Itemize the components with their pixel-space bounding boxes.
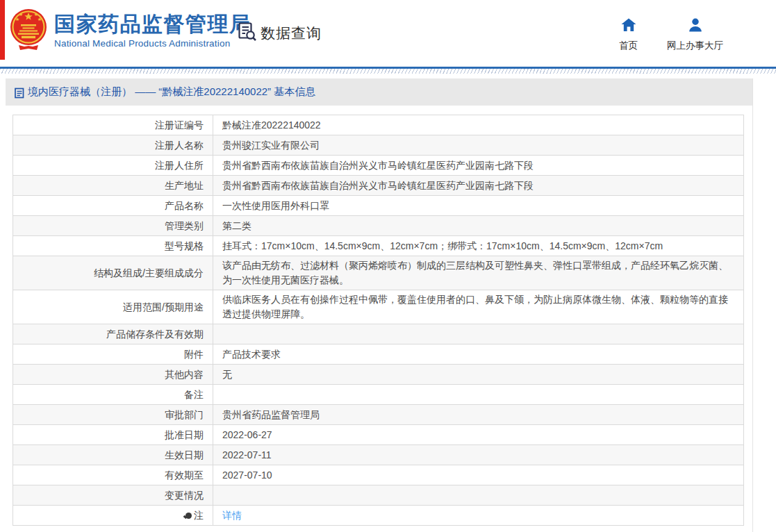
- row-value: 贵州省黔西南布依族苗族自治州兴义市马岭镇红星医药产业园南七路下段: [213, 176, 744, 196]
- table-row: 注册人名称贵州骏江实业有限公司: [13, 135, 744, 156]
- table-row: 附件产品技术要求: [13, 344, 744, 365]
- row-value: [213, 324, 744, 344]
- row-label: 备注: [13, 385, 213, 405]
- table-row: 生产地址贵州省黔西南布依族苗族自治州兴义市马岭镇红星医药产业园南七路下段: [13, 176, 744, 196]
- table-row: 有效期至2027-07-10: [13, 465, 744, 485]
- table-row: 注册证编号黔械注准20222140022: [13, 115, 744, 135]
- row-label: 产品储存条件及有效期: [13, 324, 213, 344]
- row-label: 适用范围/预期用途: [13, 290, 213, 324]
- data-query-link[interactable]: 数据查询: [237, 22, 322, 44]
- row-value: 该产品由无纺布、过滤材料（聚丙烯熔喷布）制成的三层结构及可塑性鼻夹、弹性口罩带组…: [213, 256, 744, 290]
- row-value: 供临床医务人员在有创操作过程中佩带，覆盖住使用者的口、鼻及下颌，为防止病原体微生…: [213, 290, 744, 324]
- row-label: 批准日期: [13, 425, 213, 445]
- row-label: 其他内容: [13, 365, 213, 385]
- agency-name-en: National Medical Products Administration: [54, 38, 251, 49]
- row-label: 注册证编号: [13, 115, 213, 135]
- row-value: 贵州省药品监督管理局: [213, 405, 744, 425]
- agency-name-zh: 国家药品监督管理局: [54, 13, 251, 36]
- details-link[interactable]: 详情: [222, 510, 242, 521]
- info-table: 注册证编号黔械注准20222140022注册人名称贵州骏江实业有限公司注册人住所…: [13, 115, 744, 526]
- row-value: 黔械注准20222140022: [213, 115, 744, 135]
- table-row: 型号规格挂耳式：17cm×10cm、14.5cm×9cm、12cm×7cm；绑带…: [13, 236, 744, 256]
- nav-item-home[interactable]: 首页: [619, 18, 638, 52]
- row-value: 贵州省黔西南布依族苗族自治州兴义市马岭镇红星医药产业园南七路下段: [213, 156, 744, 176]
- row-label: 生效日期: [13, 445, 213, 465]
- table-row: 批准日期2022-06-27: [13, 425, 744, 445]
- user-icon: [688, 18, 703, 35]
- row-label: 有效期至: [13, 465, 213, 485]
- row-value: 2022-06-27: [213, 425, 744, 445]
- nav-label-home: 首页: [619, 40, 638, 52]
- national-emblem-icon: [9, 6, 48, 56]
- table-row: 注详情: [13, 506, 744, 526]
- red-accent-strip: [0, 0, 5, 60]
- row-value: 详情: [213, 506, 744, 526]
- row-label: 型号规格: [13, 236, 213, 256]
- nav-item-online-hall[interactable]: 网上办事大厅: [667, 18, 723, 52]
- row-value: 第二类: [213, 216, 744, 236]
- home-icon: [621, 18, 636, 35]
- site-logo[interactable]: 国家药品监督管理局 National Medical Products Admi…: [9, 6, 251, 56]
- row-value: 无: [213, 365, 744, 385]
- row-label: 变更情况: [13, 485, 213, 506]
- table-row: 生效日期2022-07-11: [13, 445, 744, 465]
- table-row: 变更情况: [13, 485, 744, 506]
- bulb-icon: [185, 513, 192, 519]
- row-label: 附件: [13, 344, 213, 365]
- table-row: 结构及组成/主要组成成分该产品由无纺布、过滤材料（聚丙烯熔喷布）制成的三层结构及…: [13, 256, 744, 290]
- document-icon: [15, 88, 24, 99]
- row-label: 管理类别: [13, 216, 213, 236]
- row-label: 审批部门: [13, 405, 213, 425]
- row-value: 一次性使用医用外科口罩: [213, 196, 744, 216]
- data-query-label: 数据查询: [261, 24, 322, 43]
- table-row: 管理类别第二类: [13, 216, 744, 236]
- top-nav: 首页 网上办事大厅: [619, 18, 723, 52]
- info-table-body: 注册证编号黔械注准20222140022注册人名称贵州骏江实业有限公司注册人住所…: [13, 115, 744, 526]
- breadcrumb: 境内医疗器械（注册） —— “黔械注准20222140022” 基本信息: [6, 78, 752, 106]
- row-label: 生产地址: [13, 176, 213, 196]
- row-label: 结构及组成/主要组成成分: [13, 256, 213, 290]
- content-container: 境内医疗器械（注册） —— “黔械注准20222140022” 基本信息 注册证…: [6, 78, 753, 532]
- table-row: 适用范围/预期用途供临床医务人员在有创操作过程中佩带，覆盖住使用者的口、鼻及下颌…: [13, 290, 744, 324]
- row-label: 注: [13, 506, 213, 526]
- row-label: 注册人住所: [13, 156, 213, 176]
- row-value: 贵州骏江实业有限公司: [213, 135, 744, 156]
- table-row: 其他内容无: [13, 365, 744, 385]
- table-row: 备注: [13, 385, 744, 405]
- row-value: [213, 385, 744, 405]
- row-value: 产品技术要求: [213, 344, 744, 365]
- row-label: 产品名称: [13, 196, 213, 216]
- table-row: 审批部门贵州省药品监督管理局: [13, 405, 744, 425]
- row-value: 挂耳式：17cm×10cm、14.5cm×9cm、12cm×7cm；绑带式：17…: [213, 236, 744, 256]
- row-value: 2022-07-11: [213, 445, 744, 465]
- table-row: 产品名称一次性使用医用外科口罩: [13, 196, 744, 216]
- row-value: [213, 485, 744, 506]
- site-header: 国家药品监督管理局 National Medical Products Admi…: [0, 0, 776, 67]
- breadcrumb-text: 境内医疗器械（注册） —— “黔械注准20222140022” 基本信息: [28, 85, 315, 99]
- row-label: 注册人名称: [13, 135, 213, 156]
- brand-text: 国家药品监督管理局 National Medical Products Admi…: [54, 13, 251, 49]
- table-row: 产品储存条件及有效期: [13, 324, 744, 344]
- row-value: 2027-07-10: [213, 465, 744, 485]
- doc-search-icon: [237, 22, 257, 44]
- hatch-band: [0, 69, 776, 74]
- nav-label-online-hall: 网上办事大厅: [667, 40, 723, 52]
- table-row: 注册人住所贵州省黔西南布依族苗族自治州兴义市马岭镇红星医药产业园南七路下段: [13, 156, 744, 176]
